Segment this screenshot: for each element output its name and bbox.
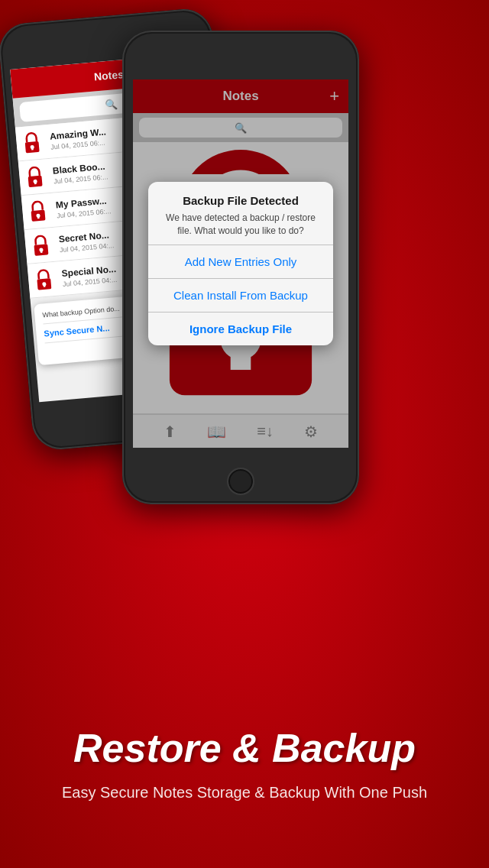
back-phone-search-icon: 🔍 (105, 98, 118, 110)
dialog-title: Backup File Detected (160, 194, 322, 207)
svg-rect-8 (37, 215, 40, 219)
lock-icon-4 (29, 234, 52, 257)
svg-rect-11 (40, 250, 43, 253)
backup-dialog: Backup File Detected We have detected a … (148, 182, 334, 346)
headline-text: Restore & Backup (73, 727, 416, 770)
lock-icon-5 (32, 268, 55, 291)
front-phone-home-button[interactable] (227, 468, 254, 495)
dialog-message: We have detected a backup / restore file… (160, 212, 322, 238)
svg-rect-5 (34, 181, 37, 184)
lock-icon-3 (26, 199, 49, 222)
svg-rect-2 (31, 147, 34, 150)
ignore-backup-button[interactable]: Ignore Backup File (148, 313, 334, 345)
bottom-section: Restore & Backup Easy Secure Notes Stora… (0, 662, 489, 868)
lock-icon-2 (23, 166, 46, 189)
back-phone-nav-title: Notes (93, 68, 124, 83)
clean-install-button[interactable]: Clean Install From Backup (148, 279, 334, 313)
front-phone-screen: Notes + 🔍 (133, 79, 348, 448)
svg-rect-14 (44, 284, 46, 287)
subheadline-text: Easy Secure Notes Storage & Backup With … (62, 782, 427, 803)
front-phone: Notes + 🔍 (122, 31, 359, 504)
add-new-entries-button[interactable]: Add New Entries Only (148, 245, 334, 279)
dialog-header: Backup File Detected We have detected a … (148, 182, 334, 245)
dialog-overlay: Backup File Detected We have detected a … (133, 79, 348, 448)
lock-icon-1 (21, 131, 44, 154)
